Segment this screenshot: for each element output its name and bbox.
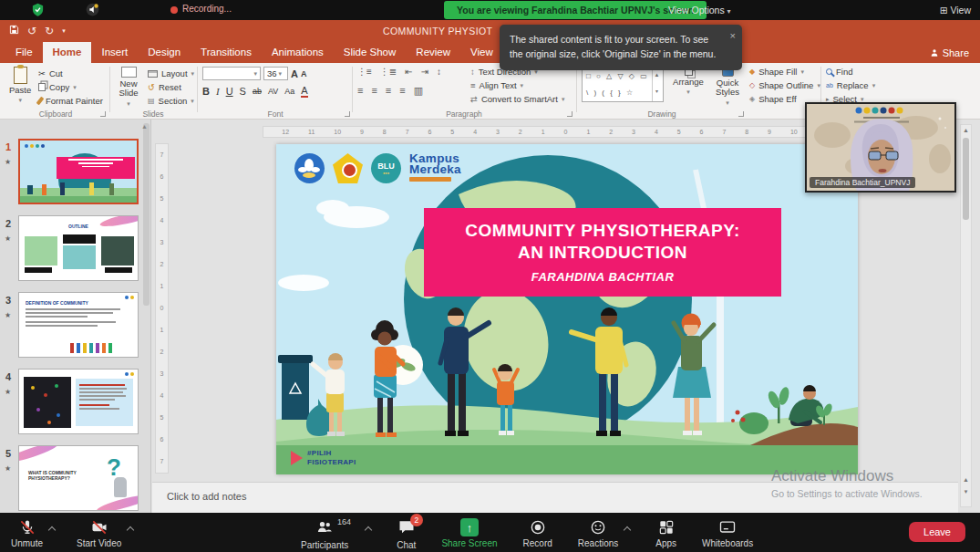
bullets-button[interactable]: ⋮≡ — [357, 67, 372, 77]
italic-button[interactable]: I — [216, 86, 220, 97]
format-painter-icon — [36, 97, 45, 106]
slide-scrollbar[interactable]: ▲ ▲ ▾ — [960, 124, 972, 507]
view-options-menu[interactable]: View Options ▾ — [668, 0, 731, 20]
shape-outline-button[interactable]: ◇Shape Outline ▾ — [749, 78, 820, 92]
line-spacing-button[interactable]: ↕ — [437, 67, 441, 77]
redo-icon[interactable]: ↻ — [45, 25, 54, 37]
shape-fill-button[interactable]: ◆Shape Fill ▾ — [749, 65, 820, 78]
share-screen-button[interactable]: ↑ Share Screen — [441, 518, 497, 550]
align-right-button[interactable]: ≡ — [386, 85, 391, 97]
reactions-options-chevron[interactable] — [624, 526, 631, 534]
leave-button[interactable]: Leave — [909, 522, 965, 542]
tab-insert[interactable]: Insert — [91, 42, 138, 63]
format-painter-button[interactable]: Format Painter — [38, 94, 103, 108]
paste-button[interactable]: Paste▾ — [9, 67, 31, 104]
record-button[interactable]: Record — [523, 518, 552, 550]
slide-thumbnail-3[interactable]: DEFINITION OF COMMUNITY — [18, 292, 139, 358]
previous-slide-icon[interactable]: ▲ — [961, 476, 971, 483]
participants-button[interactable]: 164 Participants — [301, 518, 348, 550]
animation-star-icon: ★ — [5, 464, 11, 473]
align-center-button[interactable]: ≡ — [371, 85, 377, 97]
tab-design[interactable]: Design — [138, 42, 191, 63]
change-case-button[interactable]: Aa — [284, 87, 294, 96]
clipboard-dialog-launcher[interactable] — [100, 111, 106, 117]
qat-customize-icon[interactable]: ▾ — [62, 27, 66, 35]
thumbnail-number: 1 — [5, 141, 11, 152]
share-button[interactable]: Share — [930, 42, 969, 63]
decrease-indent-button[interactable]: ⇤ — [405, 67, 412, 77]
tab-home[interactable]: Home — [43, 42, 92, 63]
grow-font-button[interactable]: A — [291, 68, 298, 79]
cut-button[interactable]: ✂Cut — [38, 67, 103, 80]
font-name-input[interactable]: ▾ — [202, 67, 261, 80]
slide-thumbnail-1[interactable] — [18, 139, 139, 204]
slide-canvas[interactable]: BLU●●● Kampus Merdeka COMMUNITY PHYSIOTH… — [276, 144, 858, 474]
shapes-gallery-scroll[interactable]: ▲▾⊞ — [652, 67, 663, 102]
strikethrough-button[interactable]: ab — [253, 87, 262, 96]
increase-indent-button[interactable]: ⇥ — [421, 67, 428, 77]
font-color-button[interactable]: A — [301, 85, 307, 98]
slide-thumbnail-2[interactable]: OUTLINE — [18, 215, 139, 281]
start-video-button[interactable]: Start Video — [77, 518, 121, 548]
find-button[interactable]: Find — [826, 65, 875, 78]
copy-button[interactable]: Copy ▾ — [38, 80, 103, 94]
apps-button[interactable]: Apps — [655, 518, 676, 550]
shapes-gallery[interactable]: □ ○ △ ▽ ◇ ▭ \ ) ( { } ☆ ▲▾⊞ — [582, 66, 664, 102]
font-dialog-launcher[interactable] — [345, 111, 350, 117]
tab-slide-show[interactable]: Slide Show — [334, 42, 407, 63]
font-group-label: Font — [199, 109, 352, 119]
unmute-options-chevron[interactable] — [48, 526, 56, 534]
columns-button[interactable]: ▥ — [414, 85, 423, 97]
layout-button[interactable]: Layout ▾ — [148, 67, 194, 80]
unmute-button[interactable]: Unmute — [11, 518, 43, 548]
quick-styles-button[interactable]: Quick Styles▾ — [709, 68, 746, 107]
slide-thumbnail-4[interactable] — [18, 369, 139, 434]
participants-options-chevron[interactable] — [365, 526, 372, 534]
vertical-ruler: 7 6 5 4 3 2 1 0 1 2 3 4 5 6 7 — [155, 143, 169, 474]
font-size-input[interactable]: 36▾ — [263, 67, 288, 80]
next-slide-icon[interactable]: ▾ — [961, 488, 971, 495]
view-button[interactable]: ⊞ View — [940, 0, 971, 20]
arrange-button[interactable]: Arrange▾ — [669, 68, 707, 96]
shrink-font-button[interactable]: A — [301, 69, 307, 78]
tab-view[interactable]: View — [460, 42, 503, 63]
character-spacing-button[interactable]: AV — [268, 87, 278, 96]
audio-settings-icon[interactable] — [86, 3, 99, 20]
whiteboards-button[interactable]: Whiteboards — [702, 518, 753, 550]
save-icon[interactable] — [9, 25, 19, 37]
justify-button[interactable]: ≡ — [399, 85, 405, 97]
tab-file[interactable]: File — [5, 42, 43, 63]
underline-button[interactable]: U — [226, 86, 233, 97]
drawing-dialog-launcher[interactable] — [738, 111, 744, 117]
align-text-button[interactable]: ≡Align Text ▾ — [470, 78, 564, 92]
slide-thumbnail-5[interactable]: WHAT IS COMMUNITY PHYSIOTHERAPY? ? — [18, 445, 139, 511]
video-options-chevron[interactable] — [127, 526, 134, 534]
tab-animations[interactable]: Animations — [262, 42, 334, 63]
convert-smartart-button[interactable]: ⇄Convert to SmartArt ▾ — [470, 92, 564, 106]
panel-scroll-up-icon[interactable]: ▲ — [141, 123, 148, 130]
horizontal-ruler: 12 11 10 9 8 7 6 5 4 3 2 1 0 1 2 3 4 5 6… — [263, 126, 869, 138]
thumbnail-scrollbar[interactable] — [143, 123, 150, 306]
new-slide-button[interactable]: New Slide▾ — [113, 67, 144, 108]
tab-review[interactable]: Review — [406, 42, 460, 63]
replace-button[interactable]: abReplace ▾ — [826, 78, 875, 92]
replace-icon: ab — [826, 82, 833, 89]
numbering-button[interactable]: ⋮≣ — [380, 67, 397, 77]
notes-pane[interactable]: Click to add notes — [152, 482, 958, 513]
reset-button[interactable]: ↺Reset — [148, 80, 194, 94]
chat-button[interactable]: 2 Chat — [397, 518, 416, 550]
paragraph-dialog-launcher[interactable] — [567, 111, 573, 117]
reactions-button[interactable]: Reactions — [578, 518, 618, 548]
tab-transitions[interactable]: Transitions — [191, 42, 262, 63]
presenter-webcam[interactable]: Farahdina Bachtiar_UPNVJ — [805, 102, 956, 193]
close-icon[interactable]: × — [730, 28, 736, 44]
text-shadow-button[interactable]: S — [240, 86, 246, 97]
scrollbar-thumb[interactable] — [963, 138, 969, 220]
align-left-button[interactable]: ≡ — [357, 85, 363, 97]
slide-title-banner[interactable]: COMMUNITY PHYSIOTHERAPY: AN INTRODUCTION… — [424, 208, 781, 297]
undo-icon[interactable]: ↺ — [27, 25, 36, 37]
section-button[interactable]: ▤Section ▾ — [148, 94, 194, 108]
scroll-up-icon[interactable]: ▲ — [961, 127, 971, 133]
bold-button[interactable]: B — [202, 86, 210, 97]
reset-icon: ↺ — [148, 82, 155, 92]
